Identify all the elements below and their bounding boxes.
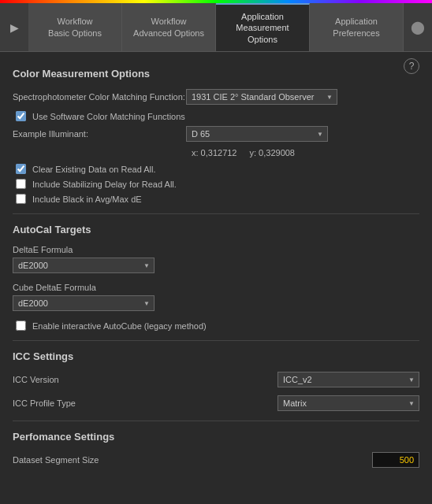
autocal-header: AutoCal Targets xyxy=(13,224,419,235)
cube-deltae-label: Cube DeltaE Formula xyxy=(13,283,419,292)
inner-content: Color Measurement Options Spectrophotome… xyxy=(0,52,432,490)
tab-end-icon: ⬤ xyxy=(404,3,432,51)
tab-application-preferences[interactable]: Application Preferences xyxy=(310,3,404,51)
icc-version-label: ICC Version xyxy=(13,375,59,384)
divider-2 xyxy=(13,340,419,341)
clear-existing-label[interactable]: Clear Existing Data on Read All. xyxy=(32,165,156,174)
clear-existing-checkbox[interactable] xyxy=(16,164,26,174)
dataset-row: Dataset Segment Size xyxy=(13,452,419,468)
icc-version-select-wrapper: ICC_v2 ICC_v4 xyxy=(277,372,419,387)
use-software-label[interactable]: Use Software Color Matching Functions xyxy=(32,112,185,121)
deltae-group: DeltaE Formula dE2000 dE1976 dE94 dECMC xyxy=(13,245,419,273)
icc-profile-select[interactable]: Matrix LUT xyxy=(277,395,419,411)
spectrophotometer-row: Spectrophotometer Color Matching Functio… xyxy=(13,89,419,105)
illuminant-select-wrapper: D 65 D 50 A C xyxy=(186,126,328,142)
clear-existing-row: Clear Existing Data on Read All. xyxy=(16,164,419,174)
xy-values-row: x: 0,312712 y: 0,329008 xyxy=(192,148,419,158)
content-area: ? Color Measurement Options Spectrophoto… xyxy=(0,52,432,504)
include-black-row: Include Black in Avg/Max dE xyxy=(16,194,419,204)
use-software-row: Use Software Color Matching Functions xyxy=(16,111,419,121)
enable-interactive-checkbox[interactable] xyxy=(16,321,26,331)
deltae-label: DeltaE Formula xyxy=(13,245,419,254)
include-black-label[interactable]: Include Black in Avg/Max dE xyxy=(32,195,142,204)
y-value: y: 0,329008 xyxy=(250,148,296,158)
enable-interactive-label[interactable]: Enable interactive AutoCube (legacy meth… xyxy=(32,321,207,331)
color-measurement-header: Color Measurement Options xyxy=(13,68,419,80)
tab-bar: ▶ Workflow Basic Options Workflow Advanc… xyxy=(0,3,432,52)
dataset-label: Dataset Segment Size xyxy=(13,455,99,465)
cube-deltae-group: Cube DeltaE Formula dE2000 dE1976 dE94 d… xyxy=(13,283,419,311)
illuminant-select[interactable]: D 65 D 50 A C xyxy=(186,126,328,142)
illuminant-label: Example Illuminant: xyxy=(13,129,186,139)
help-button[interactable]: ? xyxy=(404,58,419,74)
spectrophotometer-label: Spectrophotometer Color Matching Functio… xyxy=(13,92,186,102)
deltae-select-wrapper: dE2000 dE1976 dE94 dECMC xyxy=(13,258,155,273)
icc-header: ICC Settings xyxy=(13,350,419,362)
icc-version-select[interactable]: ICC_v2 ICC_v4 xyxy=(277,372,419,387)
include-stabilizing-checkbox[interactable] xyxy=(16,179,26,189)
include-stabilizing-label[interactable]: Include Stabilizing Delay for Read All. xyxy=(32,180,177,189)
deltae-select[interactable]: dE2000 dE1976 dE94 dECMC xyxy=(13,258,155,273)
tab-workflow-basic[interactable]: Workflow Basic Options xyxy=(28,3,122,51)
use-software-checkbox[interactable] xyxy=(16,111,26,121)
cube-deltae-select[interactable]: dE2000 dE1976 dE94 dECMC xyxy=(13,295,155,311)
x-value: x: 0,312712 xyxy=(192,148,237,158)
tab-workflow-advanced[interactable]: Workflow Advanced Options xyxy=(122,3,216,51)
tab-scroll-left[interactable]: ▶ xyxy=(0,3,28,51)
performance-header: Perfomance Settings xyxy=(13,431,419,443)
divider-3 xyxy=(13,421,419,421)
icc-profile-select-wrapper: Matrix LUT xyxy=(277,395,419,411)
illuminant-row: Example Illuminant: D 65 D 50 A C xyxy=(13,126,419,142)
cube-deltae-select-wrapper: dE2000 dE1976 dE94 dECMC xyxy=(13,295,155,311)
divider-1 xyxy=(13,213,419,214)
tab-application-measurement[interactable]: Application Measurement Options xyxy=(216,3,310,51)
spectrophotometer-select-wrapper: 1931 CIE 2° Standard Observer 1964 CIE 1… xyxy=(186,89,337,105)
include-stabilizing-row: Include Stabilizing Delay for Read All. xyxy=(16,179,419,189)
arrow-left-icon: ▶ xyxy=(10,21,19,34)
enable-interactive-row: Enable interactive AutoCube (legacy meth… xyxy=(16,321,419,331)
icc-profile-row: ICC Profile Type Matrix LUT xyxy=(13,395,419,411)
circle-icon: ⬤ xyxy=(411,20,425,35)
include-black-checkbox[interactable] xyxy=(16,194,26,204)
icc-profile-label: ICC Profile Type xyxy=(13,398,76,408)
dataset-input[interactable] xyxy=(372,452,419,468)
spectrophotometer-select[interactable]: 1931 CIE 2° Standard Observer 1964 CIE 1… xyxy=(186,89,337,105)
icc-version-row: ICC Version ICC_v2 ICC_v4 xyxy=(13,372,419,387)
